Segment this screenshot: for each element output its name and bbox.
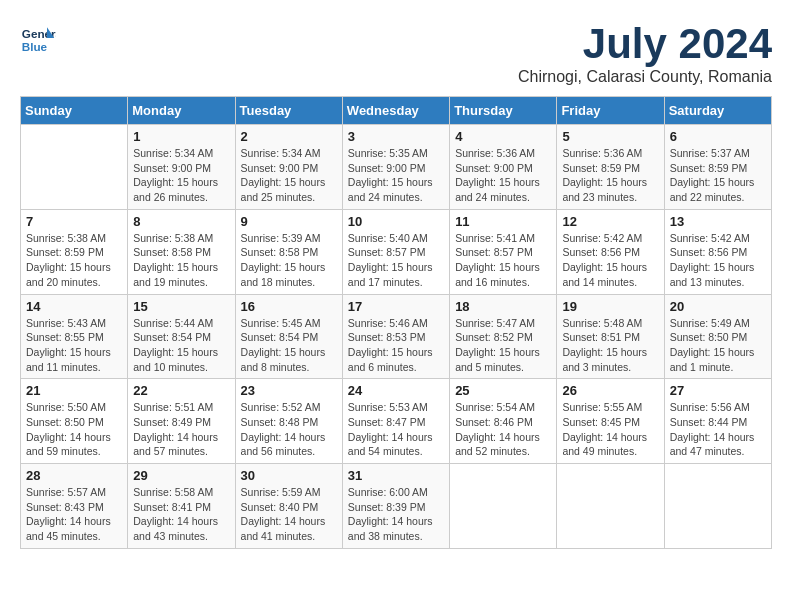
day-cell: 19Sunrise: 5:48 AM Sunset: 8:51 PM Dayli…	[557, 294, 664, 379]
day-number: 12	[562, 214, 658, 229]
day-cell: 13Sunrise: 5:42 AM Sunset: 8:56 PM Dayli…	[664, 209, 771, 294]
day-info: Sunrise: 5:58 AM Sunset: 8:41 PM Dayligh…	[133, 485, 229, 544]
header-saturday: Saturday	[664, 97, 771, 125]
day-info: Sunrise: 5:38 AM Sunset: 8:59 PM Dayligh…	[26, 231, 122, 290]
day-cell: 14Sunrise: 5:43 AM Sunset: 8:55 PM Dayli…	[21, 294, 128, 379]
day-cell	[21, 125, 128, 210]
day-info: Sunrise: 5:44 AM Sunset: 8:54 PM Dayligh…	[133, 316, 229, 375]
day-number: 9	[241, 214, 337, 229]
day-cell: 9Sunrise: 5:39 AM Sunset: 8:58 PM Daylig…	[235, 209, 342, 294]
day-number: 18	[455, 299, 551, 314]
calendar-title: July 2024	[518, 20, 772, 68]
logo-icon: General Blue	[20, 20, 56, 56]
day-number: 17	[348, 299, 444, 314]
day-number: 10	[348, 214, 444, 229]
day-info: Sunrise: 5:54 AM Sunset: 8:46 PM Dayligh…	[455, 400, 551, 459]
calendar-table: SundayMondayTuesdayWednesdayThursdayFrid…	[20, 96, 772, 549]
day-info: Sunrise: 5:36 AM Sunset: 8:59 PM Dayligh…	[562, 146, 658, 205]
day-cell: 30Sunrise: 5:59 AM Sunset: 8:40 PM Dayli…	[235, 464, 342, 549]
day-cell: 28Sunrise: 5:57 AM Sunset: 8:43 PM Dayli…	[21, 464, 128, 549]
day-info: Sunrise: 5:45 AM Sunset: 8:54 PM Dayligh…	[241, 316, 337, 375]
day-info: Sunrise: 5:36 AM Sunset: 9:00 PM Dayligh…	[455, 146, 551, 205]
day-info: Sunrise: 5:59 AM Sunset: 8:40 PM Dayligh…	[241, 485, 337, 544]
day-cell: 25Sunrise: 5:54 AM Sunset: 8:46 PM Dayli…	[450, 379, 557, 464]
calendar-subtitle: Chirnogi, Calarasi County, Romania	[518, 68, 772, 86]
day-number: 3	[348, 129, 444, 144]
day-cell: 3Sunrise: 5:35 AM Sunset: 9:00 PM Daylig…	[342, 125, 449, 210]
header-monday: Monday	[128, 97, 235, 125]
day-cell: 6Sunrise: 5:37 AM Sunset: 8:59 PM Daylig…	[664, 125, 771, 210]
day-number: 26	[562, 383, 658, 398]
day-cell: 22Sunrise: 5:51 AM Sunset: 8:49 PM Dayli…	[128, 379, 235, 464]
day-number: 15	[133, 299, 229, 314]
day-cell: 23Sunrise: 5:52 AM Sunset: 8:48 PM Dayli…	[235, 379, 342, 464]
day-cell: 5Sunrise: 5:36 AM Sunset: 8:59 PM Daylig…	[557, 125, 664, 210]
day-number: 19	[562, 299, 658, 314]
day-info: Sunrise: 5:47 AM Sunset: 8:52 PM Dayligh…	[455, 316, 551, 375]
day-cell: 2Sunrise: 5:34 AM Sunset: 9:00 PM Daylig…	[235, 125, 342, 210]
day-cell: 8Sunrise: 5:38 AM Sunset: 8:58 PM Daylig…	[128, 209, 235, 294]
day-info: Sunrise: 5:34 AM Sunset: 9:00 PM Dayligh…	[133, 146, 229, 205]
day-number: 24	[348, 383, 444, 398]
day-number: 16	[241, 299, 337, 314]
day-cell: 21Sunrise: 5:50 AM Sunset: 8:50 PM Dayli…	[21, 379, 128, 464]
logo: General Blue	[20, 20, 56, 56]
day-number: 20	[670, 299, 766, 314]
day-cell: 16Sunrise: 5:45 AM Sunset: 8:54 PM Dayli…	[235, 294, 342, 379]
header-sunday: Sunday	[21, 97, 128, 125]
header-wednesday: Wednesday	[342, 97, 449, 125]
day-cell	[664, 464, 771, 549]
day-cell: 31Sunrise: 6:00 AM Sunset: 8:39 PM Dayli…	[342, 464, 449, 549]
day-cell: 18Sunrise: 5:47 AM Sunset: 8:52 PM Dayli…	[450, 294, 557, 379]
day-number: 23	[241, 383, 337, 398]
day-info: Sunrise: 5:51 AM Sunset: 8:49 PM Dayligh…	[133, 400, 229, 459]
day-info: Sunrise: 5:42 AM Sunset: 8:56 PM Dayligh…	[562, 231, 658, 290]
day-number: 22	[133, 383, 229, 398]
week-row-4: 21Sunrise: 5:50 AM Sunset: 8:50 PM Dayli…	[21, 379, 772, 464]
header-tuesday: Tuesday	[235, 97, 342, 125]
day-info: Sunrise: 5:40 AM Sunset: 8:57 PM Dayligh…	[348, 231, 444, 290]
day-info: Sunrise: 5:48 AM Sunset: 8:51 PM Dayligh…	[562, 316, 658, 375]
day-info: Sunrise: 5:34 AM Sunset: 9:00 PM Dayligh…	[241, 146, 337, 205]
day-number: 11	[455, 214, 551, 229]
day-cell: 1Sunrise: 5:34 AM Sunset: 9:00 PM Daylig…	[128, 125, 235, 210]
day-info: Sunrise: 5:37 AM Sunset: 8:59 PM Dayligh…	[670, 146, 766, 205]
day-number: 25	[455, 383, 551, 398]
day-cell: 26Sunrise: 5:55 AM Sunset: 8:45 PM Dayli…	[557, 379, 664, 464]
day-info: Sunrise: 5:35 AM Sunset: 9:00 PM Dayligh…	[348, 146, 444, 205]
day-cell: 11Sunrise: 5:41 AM Sunset: 8:57 PM Dayli…	[450, 209, 557, 294]
day-cell: 15Sunrise: 5:44 AM Sunset: 8:54 PM Dayli…	[128, 294, 235, 379]
day-info: Sunrise: 5:50 AM Sunset: 8:50 PM Dayligh…	[26, 400, 122, 459]
svg-text:Blue: Blue	[22, 40, 48, 53]
day-info: Sunrise: 5:56 AM Sunset: 8:44 PM Dayligh…	[670, 400, 766, 459]
day-number: 28	[26, 468, 122, 483]
header-thursday: Thursday	[450, 97, 557, 125]
header-row: SundayMondayTuesdayWednesdayThursdayFrid…	[21, 97, 772, 125]
page-header: General Blue July 2024 Chirnogi, Calaras…	[20, 20, 772, 86]
day-info: Sunrise: 5:38 AM Sunset: 8:58 PM Dayligh…	[133, 231, 229, 290]
day-info: Sunrise: 5:55 AM Sunset: 8:45 PM Dayligh…	[562, 400, 658, 459]
day-number: 2	[241, 129, 337, 144]
week-row-5: 28Sunrise: 5:57 AM Sunset: 8:43 PM Dayli…	[21, 464, 772, 549]
day-cell: 7Sunrise: 5:38 AM Sunset: 8:59 PM Daylig…	[21, 209, 128, 294]
day-info: Sunrise: 5:42 AM Sunset: 8:56 PM Dayligh…	[670, 231, 766, 290]
day-info: Sunrise: 5:53 AM Sunset: 8:47 PM Dayligh…	[348, 400, 444, 459]
header-friday: Friday	[557, 97, 664, 125]
day-number: 29	[133, 468, 229, 483]
day-number: 31	[348, 468, 444, 483]
day-number: 30	[241, 468, 337, 483]
day-info: Sunrise: 5:57 AM Sunset: 8:43 PM Dayligh…	[26, 485, 122, 544]
day-info: Sunrise: 6:00 AM Sunset: 8:39 PM Dayligh…	[348, 485, 444, 544]
day-cell: 24Sunrise: 5:53 AM Sunset: 8:47 PM Dayli…	[342, 379, 449, 464]
day-cell: 10Sunrise: 5:40 AM Sunset: 8:57 PM Dayli…	[342, 209, 449, 294]
title-area: July 2024 Chirnogi, Calarasi County, Rom…	[518, 20, 772, 86]
day-cell	[557, 464, 664, 549]
day-cell	[450, 464, 557, 549]
day-info: Sunrise: 5:41 AM Sunset: 8:57 PM Dayligh…	[455, 231, 551, 290]
day-info: Sunrise: 5:49 AM Sunset: 8:50 PM Dayligh…	[670, 316, 766, 375]
day-cell: 20Sunrise: 5:49 AM Sunset: 8:50 PM Dayli…	[664, 294, 771, 379]
day-number: 7	[26, 214, 122, 229]
day-number: 6	[670, 129, 766, 144]
day-number: 8	[133, 214, 229, 229]
day-number: 4	[455, 129, 551, 144]
